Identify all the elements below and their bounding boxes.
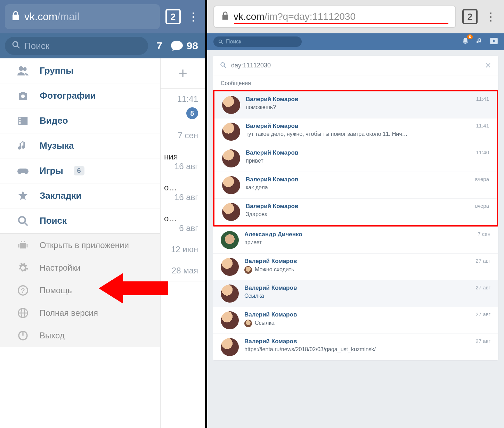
new-chat-button[interactable]: + xyxy=(161,58,205,89)
desktop-search-input[interactable]: Поиск xyxy=(213,36,302,47)
chat-row[interactable]: ния16 авг xyxy=(161,146,205,177)
nav-item-camera[interactable]: Фотографии xyxy=(0,83,160,108)
nav-item-music[interactable]: Музыка xyxy=(0,133,160,158)
chat-row[interactable]: 11:415 xyxy=(161,89,205,125)
gamepad-icon xyxy=(17,165,29,177)
message-item[interactable]: Валерий Комаровкак делавчера xyxy=(214,172,497,198)
avatar xyxy=(221,231,239,249)
groups-icon xyxy=(17,65,29,77)
music-icon xyxy=(17,140,29,152)
message-item[interactable]: Валерий Комаровhttps://lenta.ru/news/201… xyxy=(213,334,498,360)
nav-item-android[interactable]: Открыть в приложении xyxy=(0,234,160,256)
url-domain: vk.com xyxy=(234,11,265,22)
nav-item-gamepad[interactable]: Игры6 xyxy=(0,158,160,183)
chat-row[interactable]: 7 сен xyxy=(161,125,205,146)
search-icon xyxy=(12,41,20,51)
mobile-url-field[interactable]: vk.com/mail xyxy=(5,4,160,29)
play-icon xyxy=(490,38,498,44)
chat-row[interactable]: 28 мая xyxy=(161,260,205,281)
avatar xyxy=(221,338,239,356)
nav-item-groups[interactable]: Группы xyxy=(0,58,160,83)
message-preview: Ссылка xyxy=(244,320,467,327)
mobile-screen: vk.com/mail 2 ⋮ Поиск 7 98 ГруппыФотогра… xyxy=(0,0,205,428)
message-item[interactable]: Александр Диченкопривет7 сен xyxy=(213,227,498,253)
url-domain: vk.com xyxy=(24,11,57,23)
svg-point-0 xyxy=(13,42,18,47)
tab-count-button[interactable]: 2 xyxy=(462,9,478,24)
chat-bubble-icon xyxy=(171,40,183,51)
avatar xyxy=(221,285,239,303)
mobile-browser-toolbar: vk.com/mail 2 ⋮ xyxy=(0,0,205,33)
film-icon xyxy=(17,115,29,127)
svg-rect-5 xyxy=(19,120,21,121)
chat-row[interactable]: о…6 авг xyxy=(161,208,205,239)
nav-item-film[interactable]: Видео xyxy=(0,108,160,133)
nav-label: Музыка xyxy=(40,140,74,151)
vk-desktop-topbar: Поиск 6 xyxy=(207,33,504,50)
svg-point-22 xyxy=(219,40,222,43)
video-button[interactable] xyxy=(490,38,498,46)
nav-item-star[interactable]: Закладки xyxy=(0,183,160,208)
avatar xyxy=(221,258,239,276)
avatar xyxy=(222,203,240,221)
messages-search-query[interactable]: day:11112030 xyxy=(231,62,485,69)
svg-line-8 xyxy=(24,222,27,225)
vk-mobile-header: Поиск 7 98 xyxy=(0,33,205,58)
svg-text:?: ? xyxy=(21,287,25,294)
sender-name: Валерий Комаров xyxy=(244,311,467,318)
message-preview: https://lenta.ru/news/2018/02/03/gaga_us… xyxy=(244,346,467,353)
mobile-search-input[interactable]: Поиск xyxy=(5,37,148,55)
annotation-underline xyxy=(234,23,448,24)
music-button[interactable] xyxy=(476,38,483,46)
message-item[interactable]: Валерий КомаровСсылка27 авг xyxy=(213,307,498,334)
nav-item-gear[interactable]: Настройки xyxy=(0,256,160,279)
avatar xyxy=(222,149,240,167)
message-time: вчера xyxy=(475,203,489,209)
clear-search-button[interactable]: ✕ xyxy=(485,61,491,70)
nav-item-search[interactable]: Поиск xyxy=(0,208,160,233)
sender-name: Валерий Комаров xyxy=(244,258,467,265)
svg-rect-9 xyxy=(20,243,26,248)
nav-item-help[interactable]: ?Помощь xyxy=(0,279,160,302)
lock-icon xyxy=(222,11,229,22)
url-path: /im?q=day:11112030 xyxy=(265,11,356,22)
mobile-drawer: ГруппыФотографииВидеоМузыкаИгры6Закладки… xyxy=(0,58,161,428)
nav-label: Закладки xyxy=(40,190,82,201)
nav-item-globe[interactable]: Полная версия xyxy=(0,302,160,324)
message-item[interactable]: Валерий Комаровпоможешь?11:41 xyxy=(214,91,497,118)
nav-label: Открыть в приложении xyxy=(40,240,129,250)
message-preview: Ссылка xyxy=(244,293,467,299)
avatar xyxy=(222,176,240,194)
svg-rect-4 xyxy=(19,117,21,119)
message-item[interactable]: Валерий КомаровСсылка27 авг xyxy=(213,280,498,307)
nav-label: Фотографии xyxy=(40,90,96,101)
message-item[interactable]: Валерий КомаровЗдаровавчера xyxy=(214,198,497,225)
menu-dots-icon[interactable]: ⋮ xyxy=(484,10,498,23)
message-time: 11:41 xyxy=(476,123,489,129)
nav-label: Группы xyxy=(40,65,73,76)
message-item[interactable]: Валерий Комаровпривет11:40 xyxy=(214,145,497,172)
chat-row[interactable]: 12 июн xyxy=(161,239,205,260)
message-item[interactable]: Валерий Комаровтут такое дело, нужно, чт… xyxy=(214,118,497,145)
search-placeholder: Поиск xyxy=(226,39,241,45)
nav-label: Поиск xyxy=(40,215,67,226)
avatar xyxy=(222,96,240,114)
message-time: 27 авг xyxy=(475,311,490,317)
sender-name: Валерий Комаров xyxy=(244,285,467,291)
svg-point-7 xyxy=(19,217,25,223)
friend-requests-count[interactable]: 7 xyxy=(156,40,162,52)
mobile-nav-secondary: Открыть в приложенииНастройки?ПомощьПолн… xyxy=(0,233,160,347)
notifications-button[interactable]: 6 xyxy=(462,37,469,46)
menu-dots-icon[interactable]: ⋮ xyxy=(186,10,200,23)
tab-count-button[interactable]: 2 xyxy=(165,9,181,24)
message-time: вчера xyxy=(475,176,489,182)
message-preview: привет xyxy=(244,239,469,246)
chat-row[interactable]: о…16 авг xyxy=(161,177,205,208)
svg-rect-6 xyxy=(19,122,21,124)
nav-item-power[interactable]: Выход xyxy=(0,324,160,347)
messages-button[interactable]: 98 xyxy=(171,40,198,52)
desktop-url-field[interactable]: vk.com/im?q=day:11112030 xyxy=(213,6,456,28)
camera-icon xyxy=(17,90,29,102)
message-item[interactable]: Валерий КомаровМожно сходить27 авг xyxy=(213,253,498,280)
power-icon xyxy=(17,329,29,342)
